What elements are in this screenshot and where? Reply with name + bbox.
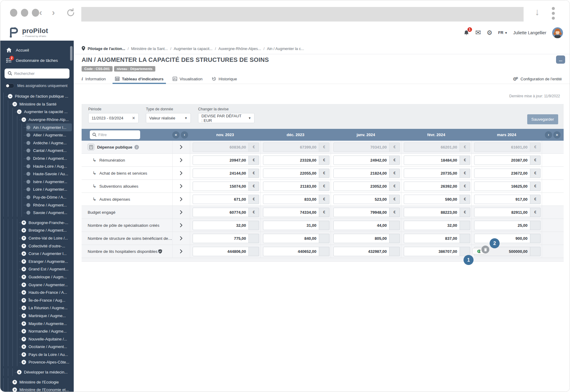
value-input-r6-c4[interactable]: [474, 221, 530, 230]
expand-row-button[interactable]: [179, 170, 184, 176]
value-input-r8-c2[interactable]: [333, 247, 390, 256]
expand-plus-icon[interactable]: +: [22, 283, 26, 287]
columns-prev-icon[interactable]: ‹: [181, 131, 188, 139]
tab-visualisation[interactable]: Visualisation: [173, 74, 203, 84]
tab-tableau-d-indicateurs[interactable]: Tableau d'indicateurs: [115, 74, 164, 84]
value-input-r7-c3[interactable]: [404, 234, 460, 243]
leaf-dot-icon[interactable]: [26, 141, 31, 145]
tree-item-provence-alpes-c-te[interactable]: +Provence-Alpes-Côte...: [22, 358, 72, 366]
tree-item-etranger-augmente[interactable]: +Etranger / Augmente...: [22, 257, 72, 265]
entity-config-link[interactable]: ⚙⚙Configuration de l'entité: [513, 77, 562, 81]
value-input-r2-c1[interactable]: [263, 169, 319, 178]
devise-select[interactable]: DEVISE PAR DÉFAUT : EUR ▼: [198, 113, 255, 123]
download-icon[interactable]: ↓: [535, 6, 540, 18]
sidebar-item-accueil[interactable]: Accueil: [0, 45, 74, 55]
value-input-r4-c0[interactable]: [193, 195, 249, 204]
value-input-r6-c3[interactable]: [404, 221, 460, 230]
collapse-minus-icon[interactable]: −: [17, 109, 22, 114]
collapse-minus-icon[interactable]: −: [8, 94, 12, 99]
user-avatar[interactable]: [552, 27, 563, 38]
leaf-dot-icon[interactable]: [26, 172, 31, 176]
expand-plus-icon[interactable]: +: [22, 360, 26, 364]
expand-plus-icon[interactable]: +: [22, 259, 26, 264]
browser-forward-icon[interactable]: ›: [52, 7, 55, 18]
value-input-r5-c2[interactable]: [333, 208, 390, 217]
browser-refresh-icon[interactable]: [66, 8, 76, 19]
tree-item-guadeloupe-augm[interactable]: +Guadeloupe / Augm...: [22, 273, 72, 281]
expand-plus-icon[interactable]: +: [17, 370, 22, 374]
expand-row-button[interactable]: [179, 144, 184, 150]
tree-item-centre-val-de-loire[interactable]: +Centre-Val de Loire /...: [22, 234, 72, 242]
value-input-r5-c0[interactable]: [193, 208, 249, 217]
tree-item-nouvelle-aquitaine[interactable]: +Nouvelle-Aquitaine /...: [22, 335, 72, 343]
expand-plus-icon[interactable]: +: [22, 251, 26, 256]
periode-input[interactable]: 11/2023 - 03/2024 ✕: [88, 113, 139, 123]
tree-item-loire-augmenter[interactable]: Loire / Augmenter...: [26, 186, 72, 193]
save-button[interactable]: Sauvegarder: [527, 114, 558, 124]
expand-plus-icon[interactable]: +: [12, 387, 17, 392]
value-input-r8-c3[interactable]: [404, 247, 460, 256]
expand-plus-icon[interactable]: +: [22, 275, 26, 279]
periode-clear-icon[interactable]: ✕: [132, 116, 135, 120]
sidebar-item-gestionnaire-de-t-ches[interactable]: 2Gestionnaire de tâches: [0, 55, 74, 65]
expand-row-button[interactable]: [179, 157, 184, 163]
tree-item-haute-loire-aug[interactable]: Haute-Loire / Aug...: [26, 162, 72, 170]
leaf-dot-icon[interactable]: [26, 156, 31, 161]
value-input-r1-c4[interactable]: [474, 156, 530, 165]
value-input-r7-c2[interactable]: [333, 234, 390, 243]
expand-plus-icon[interactable]: +: [22, 244, 26, 248]
delete-value-button[interactable]: [481, 246, 489, 253]
tree-item-puy-de-d-me-a[interactable]: Puy-de-Dôme / A...: [26, 193, 72, 201]
expand-plus-icon[interactable]: +: [22, 329, 26, 333]
breadcrumb-item-3[interactable]: Auvergne-Rhône-Alpes...: [218, 47, 261, 51]
leaf-dot-icon[interactable]: [26, 133, 31, 137]
value-input-r8-c1[interactable]: [263, 247, 319, 256]
tree-item-cantal-augment[interactable]: Cantal / Augment...: [26, 147, 72, 155]
page-actions-button[interactable]: ...: [556, 55, 565, 64]
expand-row-button[interactable]: [179, 222, 184, 229]
value-input-r3-c4[interactable]: [474, 182, 530, 191]
value-input-r4-c4[interactable]: [474, 195, 530, 204]
collapse-minus-icon[interactable]: −: [12, 102, 17, 106]
breadcrumb-item-2[interactable]: Augmenter la capacit...: [174, 47, 213, 51]
value-input-r8-c0[interactable]: [193, 247, 249, 256]
expand-plus-icon[interactable]: +: [22, 337, 26, 341]
expand-row-button[interactable]: [179, 183, 184, 189]
expand-plus-icon[interactable]: +: [22, 306, 26, 310]
sidebar-search-input[interactable]: [5, 69, 69, 79]
columns-last-icon[interactable]: »: [553, 131, 561, 139]
value-input-r2-c4[interactable]: [474, 169, 530, 178]
columns-first-icon[interactable]: «: [172, 131, 180, 139]
address-bar[interactable]: [81, 7, 524, 22]
value-input-r2-c3[interactable]: [404, 169, 460, 178]
leaf-dot-icon[interactable]: [26, 164, 31, 169]
tree-item-occitanie-augment[interactable]: +Occitanie / Augment...: [22, 343, 72, 351]
assignments-toggle[interactable]: [5, 83, 14, 88]
value-input-r3-c0[interactable]: [193, 182, 249, 191]
value-input-r3-c3[interactable]: [404, 182, 460, 191]
language-selector[interactable]: FR ▼: [498, 30, 508, 35]
leaf-dot-icon[interactable]: [26, 125, 31, 130]
expand-plus-icon[interactable]: +: [22, 344, 26, 349]
expand-plus-icon[interactable]: +: [22, 290, 26, 295]
tree-item-minist-re-de-la-sant[interactable]: −Ministère de la Santé: [12, 100, 72, 108]
tree-item-martinique-augme[interactable]: +Martinique / Augme...: [22, 312, 72, 320]
tree-item-minist-re-de-l-economie-et[interactable]: +Ministère de l'Economie et...: [12, 386, 72, 392]
value-input-r7-c4[interactable]: [474, 234, 530, 243]
tree-item-grand-est-augment[interactable]: +Grand Est / Augment...: [22, 265, 72, 273]
tree-item-minist-re-de-l-ecologie[interactable]: +Ministère de l'Ecologie: [12, 378, 72, 386]
value-input-r2-c0[interactable]: [193, 169, 249, 178]
expand-plus-icon[interactable]: +: [22, 352, 26, 357]
tree-item-ard-che-augme[interactable]: Ardèche / Augme...: [26, 139, 72, 147]
tree-item-collectivit-d-outre[interactable]: +Collectivité d'outre-...: [22, 242, 72, 250]
expand-plus-icon[interactable]: +: [22, 228, 26, 233]
value-input-r4-c3[interactable]: [404, 195, 460, 204]
expand-plus-icon[interactable]: +: [22, 298, 26, 303]
table-filter-input[interactable]: [90, 130, 140, 139]
expand-plus-icon[interactable]: +: [22, 321, 26, 326]
expand-plus-icon[interactable]: +: [12, 380, 17, 384]
value-input-r6-c1[interactable]: [263, 221, 319, 230]
leaf-dot-icon[interactable]: [26, 210, 31, 215]
tree-item-hauts-de-france-a[interactable]: +Hauts-de-France / A...: [22, 289, 72, 297]
propilot-logo[interactable]: proPilot — Powered by dFakto: [7, 26, 48, 40]
